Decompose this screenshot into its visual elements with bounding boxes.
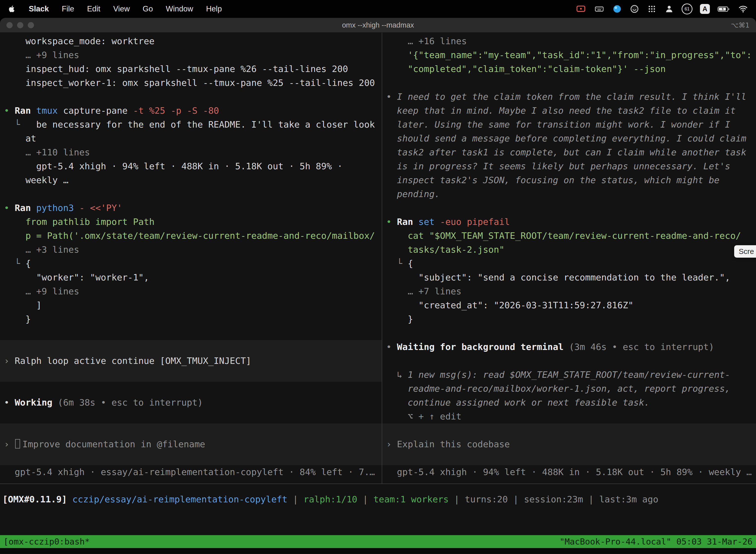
waiting-status: • Waiting for background terminal (3m 46… bbox=[386, 340, 756, 354]
keyboard-icon[interactable] bbox=[594, 4, 605, 14]
mailbox-message: ↳ 1 new msg(s): read $OMX_TEAM_STATE_ROO… bbox=[386, 368, 756, 382]
terminal-line: pending. bbox=[386, 187, 756, 201]
terminal-window: omx --xhigh --madmax ⌥⌘1 workspace_mode:… bbox=[0, 18, 756, 554]
omx-status-line: [OMX#0.11.9] cczip/essay/ai-reimplementa… bbox=[2, 492, 756, 506]
terminal-line: … +110 lines bbox=[4, 146, 382, 159]
terminal-line: continue assigned work or next feasible … bbox=[386, 396, 756, 409]
apple-menu-icon[interactable] bbox=[7, 5, 16, 13]
ralph-loop-status: › Ralph loop active continue [OMX_TMUX_I… bbox=[0, 354, 382, 368]
ran-python-line: • Ran python3 - <<'PY' bbox=[4, 201, 382, 215]
terminal-line: "subject": "send a concise recommendatio… bbox=[386, 271, 756, 284]
menu-window[interactable]: Window bbox=[166, 4, 193, 13]
terminal-line bbox=[386, 326, 756, 340]
terminal-line: ] bbox=[4, 298, 382, 312]
terminal-line bbox=[0, 451, 382, 465]
model-status-line: gpt-5.4 xhigh · essay/ai-reimplementatio… bbox=[4, 465, 382, 479]
prompt-input[interactable]: › Improve documentation in @filename bbox=[0, 437, 382, 451]
terminal-line bbox=[0, 368, 382, 382]
ran-tmux-capture-line: • Ran tmux capture-pane -t %25 -p -S -80 bbox=[4, 104, 382, 118]
ran-set-line: • Ran set -euo pipefail bbox=[386, 215, 756, 229]
terminal-line: '{"team_name":"my-team","task_id":"1","f… bbox=[386, 48, 756, 62]
terminal-line: from pathlib import Path bbox=[4, 215, 382, 229]
terminal-line: … +16 lines bbox=[386, 34, 756, 48]
blue-app-icon[interactable] bbox=[612, 4, 622, 14]
terminal-line: at bbox=[4, 131, 382, 146]
terminal-line bbox=[4, 187, 382, 201]
terminal-line: └ be necessary for the end of the README… bbox=[4, 118, 382, 131]
terminal-line bbox=[386, 354, 756, 368]
terminal-line bbox=[0, 424, 382, 437]
terminal-line bbox=[386, 76, 756, 90]
thinking-block: • I need to get the claim token from the… bbox=[386, 90, 756, 104]
terminal-line: task2 after task1 is complete, but can I… bbox=[386, 146, 756, 159]
prompt-input[interactable]: › Explain this codebase bbox=[382, 437, 756, 451]
terminal-line: weekly … bbox=[4, 173, 382, 187]
terminal-line: inspect_hud: omx sparkshell --tmux-pane … bbox=[4, 62, 382, 76]
right-pane-lines[interactable]: … +16 lines '{"team_name":"my-team","tas… bbox=[382, 33, 756, 484]
terminal-line: ⌥ + ↑ edit bbox=[386, 409, 756, 424]
terminal-line: … +7 lines bbox=[386, 284, 756, 298]
terminal-line: } bbox=[4, 312, 382, 326]
terminal-line bbox=[386, 201, 756, 215]
tmux-host-clock: "MacBook-Pro-44.local" 05:03 31-Mar-26 bbox=[560, 537, 753, 547]
menu-bar: Slack File Edit View Go Window Help 61 A bbox=[0, 0, 756, 18]
working-status: • Working (6m 38s • esc to interrupt) bbox=[4, 396, 382, 409]
terminal-line: └ { bbox=[4, 257, 382, 271]
menu-help[interactable]: Help bbox=[206, 4, 222, 13]
close-button[interactable] bbox=[6, 22, 13, 28]
screen-tooltip[interactable]: Scre bbox=[734, 245, 756, 258]
terminal-line: gpt-5.4 xhigh · 94% left · 488K in · 5.1… bbox=[4, 159, 382, 173]
terminal-line: "created_at": "2026-03-31T11:59:27.816Z" bbox=[386, 298, 756, 312]
terminal-line bbox=[382, 424, 756, 437]
terminal-line: cat "$OMX_TEAM_STATE_ROOT/team/review-cu… bbox=[386, 229, 756, 243]
app-menu-slack[interactable]: Slack bbox=[29, 4, 49, 13]
tmux-panes: workspace_mode: worktree … +9 lines insp… bbox=[0, 33, 756, 484]
terminal-line bbox=[382, 451, 756, 465]
window-controls bbox=[0, 22, 34, 28]
tmux-status-bar: [omx-cczip0:bash* "MacBook-Pro-44.local"… bbox=[0, 535, 756, 548]
left-pane-lines[interactable]: workspace_mode: worktree … +9 lines insp… bbox=[0, 33, 382, 484]
battery-charging-icon[interactable] bbox=[717, 4, 730, 14]
terminal-line: └ { bbox=[386, 257, 756, 271]
gauge-61-icon[interactable]: 61 bbox=[682, 3, 693, 14]
window-shortcut-hint: ⌥⌘1 bbox=[731, 21, 756, 29]
terminal-line bbox=[4, 409, 382, 424]
minimize-button[interactable] bbox=[17, 22, 23, 28]
terminal-line: workspace_mode: worktree bbox=[4, 34, 382, 48]
terminal-line: … +9 lines bbox=[4, 48, 382, 62]
omx-hud: [OMX#0.11.9] cczip/essay/ai-reimplementa… bbox=[0, 484, 756, 535]
input-source-letter: A bbox=[702, 5, 707, 13]
terminal-line: "worker": "worker-1", bbox=[4, 271, 382, 284]
window-bottom-padding bbox=[0, 548, 756, 554]
terminal-line: inspect task2's JSON, focusing on the st… bbox=[386, 173, 756, 187]
menu-file[interactable]: File bbox=[62, 4, 74, 13]
terminal-line: "completed","claim_token":"claim-token"}… bbox=[386, 62, 756, 76]
title-bar: omx --xhigh --madmax ⌥⌘1 bbox=[0, 18, 756, 33]
terminal-line: is in progress? It seems likely but perh… bbox=[386, 159, 756, 173]
terminal-line: } bbox=[386, 312, 756, 326]
terminal-line bbox=[4, 90, 382, 104]
input-cursor bbox=[15, 439, 20, 448]
window-title: omx --xhigh --madmax bbox=[342, 21, 414, 29]
wifi-icon[interactable] bbox=[738, 4, 749, 14]
model-status-line: gpt-5.4 xhigh · 94% left · 488K in · 5.1… bbox=[386, 465, 756, 479]
terminal-line: readme-and-reco/mailbox/worker-1.json, a… bbox=[386, 382, 756, 396]
menu-edit[interactable]: Edit bbox=[87, 4, 100, 13]
gauge-value: 61 bbox=[685, 6, 690, 12]
terminal-line: … +3 lines bbox=[4, 243, 382, 257]
zoom-button[interactable] bbox=[28, 22, 34, 28]
terminal-line: p = Path('.omx/state/team/review-current… bbox=[4, 229, 382, 243]
terminal-line: should send a message before completing … bbox=[386, 131, 756, 146]
person-icon[interactable] bbox=[664, 4, 674, 14]
terminal-line: later. Using the same for transition mig… bbox=[386, 118, 756, 131]
dark-app-icon[interactable] bbox=[630, 4, 639, 14]
menu-go[interactable]: Go bbox=[143, 4, 153, 13]
terminal-line: inspect_worker-1: omx sparkshell --tmux-… bbox=[4, 76, 382, 90]
terminal-line bbox=[0, 340, 382, 354]
terminal-line bbox=[4, 326, 382, 340]
input-source-icon[interactable]: A bbox=[700, 4, 710, 14]
apps-grid-icon[interactable] bbox=[647, 4, 657, 14]
terminal-line: keep that in mind. Maybe I also need the… bbox=[386, 104, 756, 118]
menu-view[interactable]: View bbox=[113, 4, 130, 13]
screen-recording-indicator-icon[interactable] bbox=[575, 4, 586, 14]
